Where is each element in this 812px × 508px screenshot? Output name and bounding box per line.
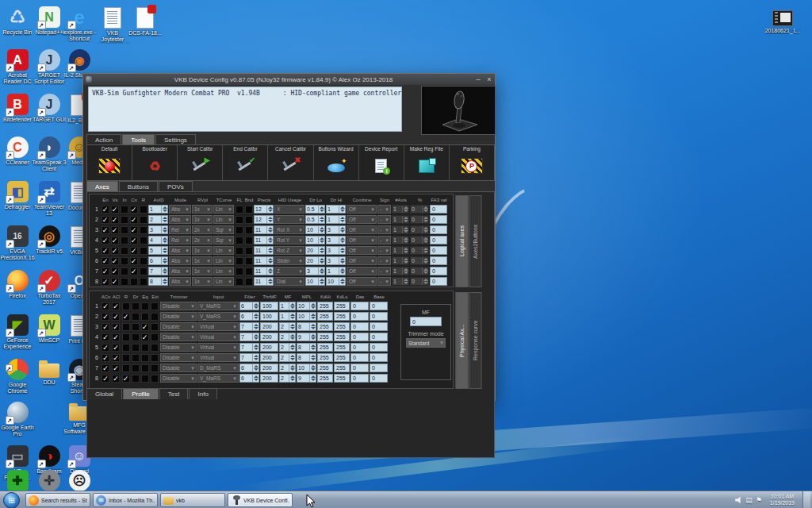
mpl-spinner[interactable]: 8: [297, 322, 316, 331]
mpl-spinner[interactable]: 10: [297, 312, 316, 321]
precis-spinner[interactable]: 12: [254, 215, 274, 224]
acn-checkbox[interactable]: ✓: [102, 354, 109, 362]
r-checkbox[interactable]: [140, 237, 147, 244]
r-checkbox[interactable]: [122, 333, 130, 341]
desktop-icon-green-utility[interactable]: ✚: [0, 470, 35, 493]
kdhi-input[interactable]: 255: [317, 333, 333, 341]
vs-checkbox[interactable]: ✓: [111, 237, 119, 244]
tcurve-dropdown[interactable]: Lin▾: [213, 205, 234, 214]
dzhi-spinner[interactable]: 3: [326, 256, 346, 265]
eq-checkbox[interactable]: ✓: [141, 323, 149, 331]
das-input[interactable]: 0: [350, 343, 369, 352]
das-input[interactable]: 0: [350, 353, 369, 362]
combine-dropdown[interactable]: Off▾: [347, 246, 377, 255]
thrmf-input[interactable]: 200: [260, 374, 278, 383]
ext-checkbox[interactable]: [151, 364, 159, 372]
dr-checkbox[interactable]: [132, 344, 140, 352]
precis-spinner[interactable]: 11: [254, 256, 274, 265]
dzlo-spinner[interactable]: 10: [305, 236, 325, 244]
dzlo-spinner[interactable]: 20: [305, 256, 325, 265]
eq-checkbox[interactable]: ✓: [141, 333, 149, 341]
fa3-input[interactable]: 0: [430, 225, 447, 234]
dr-checkbox[interactable]: [132, 302, 140, 310]
bnd-checkbox[interactable]: [245, 247, 253, 255]
input-dropdown[interactable]: V_MaRS▾: [197, 302, 239, 310]
acl-checkbox[interactable]: ✓: [112, 364, 120, 372]
en-checkbox[interactable]: ✓: [102, 278, 109, 286]
dzlo-spinner[interactable]: 10: [305, 225, 325, 234]
bnd-checkbox[interactable]: [245, 237, 253, 244]
acl-checkbox[interactable]: ✓: [112, 333, 120, 341]
precis-spinner[interactable]: 12: [254, 205, 274, 214]
filter-spinner[interactable]: 6: [239, 374, 259, 383]
side-tab-response-curve[interactable]: Response curve: [469, 292, 482, 389]
bnd-checkbox[interactable]: [245, 216, 253, 224]
precis-spinner[interactable]: 11: [254, 267, 274, 275]
eq-checkbox[interactable]: [141, 364, 149, 372]
input-dropdown[interactable]: D_MaRS▾: [197, 364, 239, 372]
toolbar-button-start-calibr[interactable]: Start Calibr▶: [178, 145, 223, 180]
kdlo-input[interactable]: 255: [334, 322, 350, 331]
sign-dropdown[interactable]: -▾: [377, 246, 391, 255]
mf-spinner[interactable]: 2: [279, 333, 296, 341]
minimize-button[interactable]: –: [473, 75, 484, 83]
fa3-input[interactable]: 0: [430, 256, 447, 265]
dr-checkbox[interactable]: [132, 313, 140, 321]
close-button[interactable]: ×: [484, 75, 495, 83]
hid-dropdown[interactable]: Rot X▾: [274, 225, 304, 234]
mode-dropdown[interactable]: Rel▾: [169, 236, 191, 244]
axid-spinner[interactable]: 2: [148, 215, 168, 224]
rvpl-dropdown[interactable]: 1x▾: [192, 215, 213, 224]
acl-checkbox[interactable]: ✓: [112, 375, 120, 383]
acn-checkbox[interactable]: ✓: [102, 313, 109, 321]
kdhi-input[interactable]: 255: [317, 364, 333, 372]
filter-spinner[interactable]: 7: [239, 343, 259, 352]
cn-checkbox[interactable]: ✓: [130, 206, 138, 214]
fl-checkbox[interactable]: [236, 206, 243, 214]
naxis-spinner[interactable]: 1: [392, 256, 409, 265]
cn-checkbox[interactable]: ✓: [130, 237, 138, 244]
kdlo-input[interactable]: 255: [334, 312, 350, 321]
pct-spinner[interactable]: 0: [410, 256, 429, 265]
tab-test[interactable]: Test: [159, 388, 189, 399]
input-dropdown[interactable]: Virtual▾: [197, 353, 239, 362]
mpl-spinner[interactable]: 9: [297, 374, 316, 383]
dr-checkbox[interactable]: [132, 364, 140, 372]
tab-settings[interactable]: Settings: [155, 134, 196, 145]
desktop-icon-scream-face[interactable]: ☹: [62, 470, 97, 493]
mf-spinner[interactable]: 2: [279, 322, 296, 331]
axid-spinner[interactable]: 4: [148, 236, 168, 244]
ext-checkbox[interactable]: [151, 323, 159, 331]
in-checkbox[interactable]: [121, 216, 128, 224]
dr-checkbox[interactable]: [132, 354, 140, 362]
toolbar-button-bootloader[interactable]: Bootloader♻: [132, 145, 178, 180]
sign-dropdown[interactable]: -▾: [377, 256, 391, 265]
toolbar-button-device-report[interactable]: Device Report: [359, 145, 404, 180]
pct-spinner[interactable]: 0: [410, 246, 429, 255]
vs-checkbox[interactable]: ✓: [111, 267, 119, 275]
tcurve-dropdown[interactable]: Lin▾: [213, 256, 234, 265]
fl-checkbox[interactable]: [236, 237, 243, 244]
kdlo-input[interactable]: 255: [334, 302, 350, 310]
tcurve-dropdown[interactable]: Sqr▾: [213, 225, 234, 234]
acl-checkbox[interactable]: ✓: [112, 313, 120, 321]
sign-dropdown[interactable]: -▾: [377, 236, 391, 244]
mpl-spinner[interactable]: 8: [297, 343, 316, 352]
mode-dropdown[interactable]: Abs▾: [169, 256, 191, 265]
mf-spinner[interactable]: 2: [279, 364, 296, 372]
mf-spinner[interactable]: 2: [279, 374, 296, 383]
pct-spinner[interactable]: 0: [410, 236, 429, 244]
side-tab-logical-axes[interactable]: Logical axes: [456, 195, 469, 287]
thrmf-input[interactable]: 200: [260, 364, 278, 372]
thrmf-input[interactable]: 200: [260, 333, 278, 341]
combine-dropdown[interactable]: Off▾: [347, 256, 377, 265]
combine-dropdown[interactable]: Off▾: [347, 267, 377, 275]
base-input[interactable]: 0: [370, 322, 388, 331]
dzhi-spinner[interactable]: 1: [326, 205, 346, 214]
acn-checkbox[interactable]: ✓: [102, 344, 109, 352]
fa3-input[interactable]: 0: [430, 277, 447, 286]
acn-checkbox[interactable]: ✓: [102, 375, 109, 383]
dzhi-spinner[interactable]: 3: [326, 225, 346, 234]
vs-checkbox[interactable]: ✓: [111, 226, 119, 234]
dzhi-spinner[interactable]: 10: [326, 277, 346, 286]
